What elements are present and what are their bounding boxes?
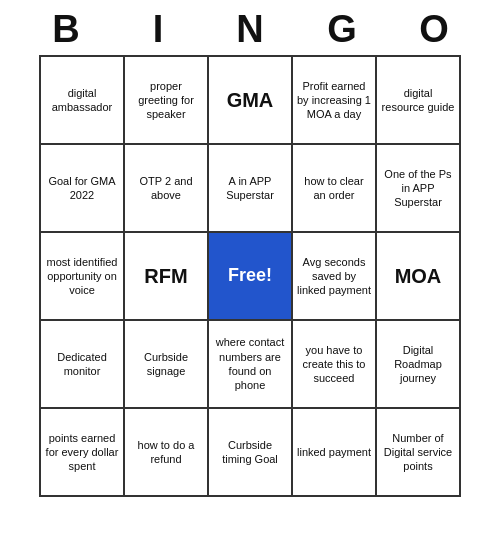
bingo-cell-9[interactable]: One of the Ps in APP Superstar [377,145,461,233]
header-letter-i: I [116,8,200,51]
bingo-cell-4[interactable]: digital resource guide [377,57,461,145]
header-letter-b: B [24,8,108,51]
bingo-cell-5[interactable]: Goal for GMA 2022 [41,145,125,233]
bingo-cell-3[interactable]: Profit earned by increasing 1 MOA a day [293,57,377,145]
bingo-cell-23[interactable]: linked payment [293,409,377,497]
header-letter-g: G [300,8,384,51]
bingo-cell-12[interactable]: Free! [209,233,293,321]
bingo-cell-2[interactable]: GMA [209,57,293,145]
bingo-cell-24[interactable]: Number of Digital service points [377,409,461,497]
bingo-cell-13[interactable]: Avg seconds saved by linked payment [293,233,377,321]
bingo-header: B I N G O [20,0,480,55]
bingo-cell-0[interactable]: digital ambassador [41,57,125,145]
bingo-cell-1[interactable]: proper greeting for speaker [125,57,209,145]
bingo-cell-22[interactable]: Curbside timing Goal [209,409,293,497]
bingo-cell-7[interactable]: A in APP Superstar [209,145,293,233]
bingo-cell-18[interactable]: you have to create this to succeed [293,321,377,409]
bingo-grid: digital ambassadorproper greeting for sp… [39,55,461,497]
bingo-cell-17[interactable]: where contact numbers are found on phone [209,321,293,409]
header-letter-o: O [392,8,476,51]
bingo-cell-8[interactable]: how to clear an order [293,145,377,233]
bingo-cell-19[interactable]: Digital Roadmap journey [377,321,461,409]
bingo-cell-11[interactable]: RFM [125,233,209,321]
bingo-cell-21[interactable]: how to do a refund [125,409,209,497]
bingo-cell-20[interactable]: points earned for every dollar spent [41,409,125,497]
bingo-cell-10[interactable]: most identified opportunity on voice [41,233,125,321]
header-letter-n: N [208,8,292,51]
bingo-cell-15[interactable]: Dedicated monitor [41,321,125,409]
bingo-cell-6[interactable]: OTP 2 and above [125,145,209,233]
bingo-cell-16[interactable]: Curbside signage [125,321,209,409]
bingo-cell-14[interactable]: MOA [377,233,461,321]
